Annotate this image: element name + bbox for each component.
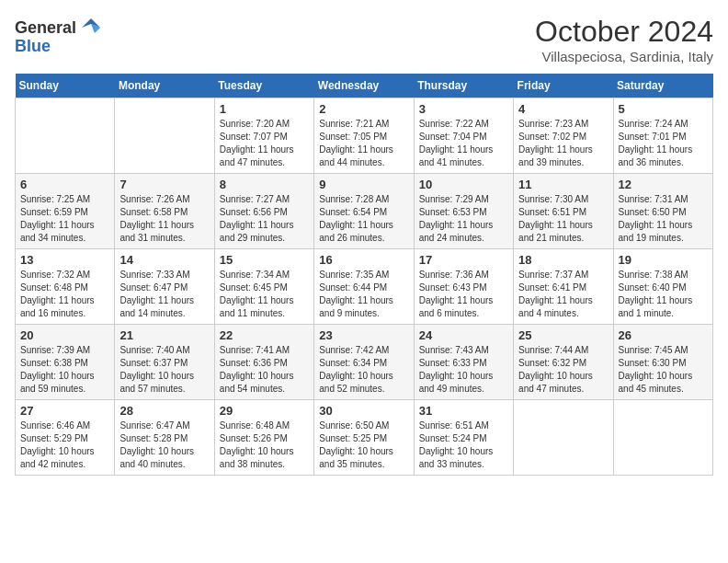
col-header-monday: Monday [115, 74, 214, 98]
day-number: 2 [319, 102, 408, 116]
day-number: 28 [119, 404, 209, 418]
calendar-cell: 27Sunrise: 6:46 AM Sunset: 5:29 PM Dayli… [16, 400, 115, 476]
day-info: Sunrise: 7:33 AM Sunset: 6:47 PM Dayligh… [119, 269, 209, 320]
month-year-title: October 2024 [535, 15, 713, 49]
calendar-cell: 13Sunrise: 7:32 AM Sunset: 6:48 PM Dayli… [16, 249, 115, 325]
logo-general: General [15, 18, 76, 38]
calendar-table: SundayMondayTuesdayWednesdayThursdayFrid… [15, 74, 713, 476]
calendar-cell: 31Sunrise: 6:51 AM Sunset: 5:24 PM Dayli… [414, 400, 513, 476]
day-number: 25 [518, 328, 608, 342]
day-number: 5 [619, 102, 708, 116]
calendar-cell: 22Sunrise: 7:41 AM Sunset: 6:36 PM Dayli… [214, 325, 313, 400]
calendar-cell: 2Sunrise: 7:21 AM Sunset: 7:05 PM Daylig… [314, 98, 414, 174]
day-number: 4 [518, 102, 608, 116]
calendar-cell [613, 400, 712, 476]
svg-marker-0 [82, 18, 100, 28]
calendar-cell [115, 98, 214, 174]
calendar-cell: 4Sunrise: 7:23 AM Sunset: 7:02 PM Daylig… [514, 98, 613, 174]
calendar-cell [514, 400, 613, 476]
day-number: 8 [220, 178, 309, 191]
day-info: Sunrise: 7:23 AM Sunset: 7:02 PM Dayligh… [518, 118, 608, 169]
calendar-cell: 10Sunrise: 7:29 AM Sunset: 6:53 PM Dayli… [414, 174, 513, 249]
calendar-cell: 17Sunrise: 7:36 AM Sunset: 6:43 PM Dayli… [414, 249, 513, 325]
calendar-cell: 25Sunrise: 7:44 AM Sunset: 6:32 PM Dayli… [514, 325, 613, 400]
calendar-cell: 9Sunrise: 7:28 AM Sunset: 6:54 PM Daylig… [314, 174, 414, 249]
page-header: General Blue October 2024 Villaspeciosa,… [15, 15, 713, 64]
day-number: 19 [619, 253, 708, 267]
day-number: 17 [419, 253, 508, 267]
day-info: Sunrise: 7:37 AM Sunset: 6:41 PM Dayligh… [518, 269, 608, 320]
logo: General Blue [15, 15, 104, 56]
col-header-wednesday: Wednesday [314, 74, 414, 98]
day-info: Sunrise: 7:21 AM Sunset: 7:05 PM Dayligh… [319, 118, 408, 169]
day-number: 24 [419, 328, 508, 342]
day-info: Sunrise: 7:26 AM Sunset: 6:58 PM Dayligh… [119, 193, 209, 245]
title-block: October 2024 Villaspeciosa, Sardinia, It… [535, 15, 713, 64]
day-info: Sunrise: 7:40 AM Sunset: 6:37 PM Dayligh… [119, 344, 209, 396]
day-info: Sunrise: 6:48 AM Sunset: 5:26 PM Dayligh… [220, 419, 309, 471]
day-info: Sunrise: 6:47 AM Sunset: 5:28 PM Dayligh… [119, 419, 209, 471]
day-number: 14 [119, 253, 209, 267]
day-info: Sunrise: 7:44 AM Sunset: 6:32 PM Dayligh… [518, 344, 608, 396]
day-number: 6 [20, 178, 109, 191]
day-number: 20 [20, 328, 109, 342]
day-info: Sunrise: 7:35 AM Sunset: 6:44 PM Dayligh… [319, 269, 408, 320]
calendar-cell: 28Sunrise: 6:47 AM Sunset: 5:28 PM Dayli… [115, 400, 214, 476]
day-info: Sunrise: 7:41 AM Sunset: 6:36 PM Dayligh… [220, 344, 309, 396]
calendar-cell: 7Sunrise: 7:26 AM Sunset: 6:58 PM Daylig… [115, 174, 214, 249]
day-number: 1 [220, 102, 309, 116]
calendar-cell: 26Sunrise: 7:45 AM Sunset: 6:30 PM Dayli… [613, 325, 712, 400]
day-number: 27 [20, 404, 109, 418]
logo-bird-icon [78, 15, 104, 40]
day-number: 12 [619, 178, 708, 191]
day-info: Sunrise: 7:39 AM Sunset: 6:38 PM Dayligh… [20, 344, 109, 396]
day-number: 3 [419, 102, 508, 116]
day-number: 18 [518, 253, 608, 267]
calendar-cell: 18Sunrise: 7:37 AM Sunset: 6:41 PM Dayli… [514, 249, 613, 325]
location-subtitle: Villaspeciosa, Sardinia, Italy [535, 49, 713, 64]
calendar-cell: 12Sunrise: 7:31 AM Sunset: 6:50 PM Dayli… [613, 174, 712, 249]
day-number: 22 [220, 328, 309, 342]
calendar-cell: 11Sunrise: 7:30 AM Sunset: 6:51 PM Dayli… [514, 174, 613, 249]
day-info: Sunrise: 7:34 AM Sunset: 6:45 PM Dayligh… [220, 269, 309, 320]
day-info: Sunrise: 7:32 AM Sunset: 6:48 PM Dayligh… [20, 269, 109, 320]
day-info: Sunrise: 7:25 AM Sunset: 6:59 PM Dayligh… [20, 193, 109, 245]
calendar-cell: 23Sunrise: 7:42 AM Sunset: 6:34 PM Dayli… [314, 325, 414, 400]
day-number: 30 [319, 404, 408, 418]
calendar-cell [16, 98, 115, 174]
day-info: Sunrise: 7:30 AM Sunset: 6:51 PM Dayligh… [518, 193, 608, 245]
calendar-cell: 1Sunrise: 7:20 AM Sunset: 7:07 PM Daylig… [214, 98, 313, 174]
day-info: Sunrise: 7:43 AM Sunset: 6:33 PM Dayligh… [419, 344, 508, 396]
calendar-cell: 24Sunrise: 7:43 AM Sunset: 6:33 PM Dayli… [414, 325, 513, 400]
col-header-thursday: Thursday [414, 74, 513, 98]
day-number: 15 [220, 253, 309, 267]
day-info: Sunrise: 7:36 AM Sunset: 6:43 PM Dayligh… [419, 269, 508, 320]
day-info: Sunrise: 7:29 AM Sunset: 6:53 PM Dayligh… [419, 193, 508, 245]
col-header-sunday: Sunday [16, 74, 115, 98]
calendar-cell: 16Sunrise: 7:35 AM Sunset: 6:44 PM Dayli… [314, 249, 414, 325]
day-info: Sunrise: 7:24 AM Sunset: 7:01 PM Dayligh… [619, 118, 708, 169]
day-number: 9 [319, 178, 408, 191]
day-info: Sunrise: 7:38 AM Sunset: 6:40 PM Dayligh… [619, 269, 708, 320]
day-info: Sunrise: 6:46 AM Sunset: 5:29 PM Dayligh… [20, 419, 109, 471]
calendar-cell: 15Sunrise: 7:34 AM Sunset: 6:45 PM Dayli… [214, 249, 313, 325]
logo-blue: Blue [15, 37, 51, 56]
day-number: 13 [20, 253, 109, 267]
col-header-friday: Friday [514, 74, 613, 98]
calendar-cell: 5Sunrise: 7:24 AM Sunset: 7:01 PM Daylig… [613, 98, 712, 174]
day-info: Sunrise: 7:42 AM Sunset: 6:34 PM Dayligh… [319, 344, 408, 396]
day-number: 10 [419, 178, 508, 191]
calendar-cell: 29Sunrise: 6:48 AM Sunset: 5:26 PM Dayli… [214, 400, 313, 476]
day-number: 16 [319, 253, 408, 267]
day-number: 23 [319, 328, 408, 342]
day-info: Sunrise: 6:51 AM Sunset: 5:24 PM Dayligh… [419, 419, 508, 471]
day-info: Sunrise: 7:45 AM Sunset: 6:30 PM Dayligh… [619, 344, 708, 396]
day-info: Sunrise: 7:20 AM Sunset: 7:07 PM Dayligh… [220, 118, 309, 169]
calendar-cell: 6Sunrise: 7:25 AM Sunset: 6:59 PM Daylig… [16, 174, 115, 249]
day-number: 7 [119, 178, 209, 191]
calendar-cell: 3Sunrise: 7:22 AM Sunset: 7:04 PM Daylig… [414, 98, 513, 174]
day-info: Sunrise: 7:27 AM Sunset: 6:56 PM Dayligh… [220, 193, 309, 245]
calendar-cell: 14Sunrise: 7:33 AM Sunset: 6:47 PM Dayli… [115, 249, 214, 325]
day-number: 31 [419, 404, 508, 418]
day-number: 29 [220, 404, 309, 418]
